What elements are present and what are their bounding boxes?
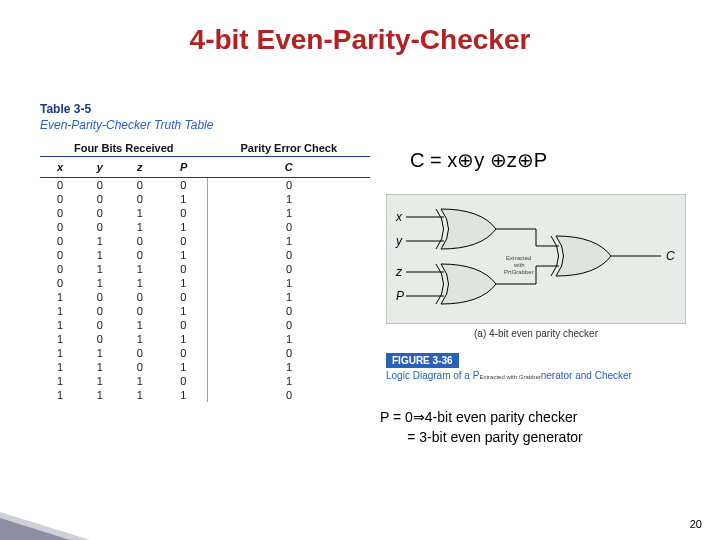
table-cell: 1: [40, 290, 80, 304]
table-cell: 1: [208, 290, 370, 304]
input-y-label: y: [395, 234, 403, 248]
table-cell: 1: [208, 206, 370, 220]
table-cell: 1: [40, 388, 80, 402]
bottom-equations: P = 0⇒4-bit even parity checker = 3-bit …: [380, 408, 583, 447]
table-cell: 0: [160, 262, 208, 276]
table-cell: 0: [40, 234, 80, 248]
table-cell: 0: [120, 290, 160, 304]
table-row: 10001: [40, 290, 370, 304]
table-cell: 1: [40, 374, 80, 388]
table-cell: 0: [208, 318, 370, 332]
table-cell: 0: [208, 248, 370, 262]
table-cell: 0: [160, 178, 208, 193]
table-cell: 0: [40, 206, 80, 220]
col-y: y: [80, 157, 120, 178]
table-cell: 0: [160, 374, 208, 388]
table-cell: 0: [80, 332, 120, 346]
col-c: C: [208, 157, 370, 178]
table-cell: 1: [80, 248, 120, 262]
figure-caption: Logic Diagram of a PExtracted with Grabb…: [386, 370, 686, 381]
table-cell: 1: [120, 318, 160, 332]
table-row: 00110: [40, 220, 370, 234]
table-cell: 0: [160, 206, 208, 220]
col-p: P: [160, 157, 208, 178]
bottom-line2: = 3-bit even parity generator: [407, 429, 583, 445]
table-row: 11110: [40, 388, 370, 402]
table-cell: 0: [120, 346, 160, 360]
table-row: 00000: [40, 178, 370, 193]
table-cell: 1: [80, 374, 120, 388]
table-cell: 1: [120, 220, 160, 234]
table-cell: 0: [208, 220, 370, 234]
circuit-diagram: x y z P C Extracted with PrtGrabber (a) …: [386, 194, 686, 339]
table-cell: 1: [160, 276, 208, 290]
table-cell: 1: [120, 374, 160, 388]
table-row: 01001: [40, 234, 370, 248]
table-cell: 0: [120, 178, 160, 193]
table-cell: 1: [80, 388, 120, 402]
table-row: 11011: [40, 360, 370, 374]
figure-number: FIGURE 3-36: [386, 353, 459, 368]
table-cell: 0: [40, 262, 80, 276]
input-z-label: z: [395, 265, 403, 279]
table-cell: 0: [40, 276, 80, 290]
circuit-caption: (a) 4-bit even parity checker: [386, 328, 686, 339]
table-cell: 0: [80, 318, 120, 332]
table-cell: 1: [80, 262, 120, 276]
table-cell: 1: [80, 360, 120, 374]
table-cell: 1: [120, 206, 160, 220]
figure-caption-pre: Logic Diagram of a P: [386, 370, 479, 381]
table-cell: 1: [160, 304, 208, 318]
table-row: 10010: [40, 304, 370, 318]
figure-caption-post: nerator and Checker: [541, 370, 632, 381]
table-cell: 0: [80, 290, 120, 304]
table-cell: 1: [80, 276, 120, 290]
table-cell: 1: [208, 374, 370, 388]
table-cell: 0: [80, 178, 120, 193]
table-cell: 0: [40, 248, 80, 262]
table-cell: 0: [120, 234, 160, 248]
table-cell: 1: [120, 388, 160, 402]
slide: 4-bit Even-Parity-Checker Table 3-5 Even…: [0, 0, 720, 540]
input-x-label: x: [395, 210, 403, 224]
group-head-inputs: Four Bits Received: [40, 140, 208, 157]
table-cell: 1: [160, 220, 208, 234]
svg-rect-0: [386, 194, 686, 324]
table-cell: 0: [208, 346, 370, 360]
table-cell: 0: [120, 248, 160, 262]
page-title: 4-bit Even-Parity-Checker: [0, 24, 720, 56]
table-cell: 0: [40, 220, 80, 234]
table-cell: 0: [160, 318, 208, 332]
table-cell: 0: [208, 388, 370, 402]
figure-block: FIGURE 3-36 Logic Diagram of a PExtracte…: [386, 350, 686, 381]
table-cell: 1: [120, 332, 160, 346]
table-cell: 0: [40, 192, 80, 206]
col-z: z: [120, 157, 160, 178]
input-p-label: P: [396, 289, 404, 303]
figure-watermark: Extracted with Grabber: [479, 374, 540, 380]
table-cell: 1: [80, 346, 120, 360]
table-cell: 1: [160, 248, 208, 262]
table-cell: 1: [40, 346, 80, 360]
table-cell: 0: [80, 220, 120, 234]
group-head-output: Parity Error Check: [208, 140, 370, 157]
table-cell: 0: [40, 178, 80, 193]
table-cell: 0: [160, 234, 208, 248]
table-cell: 1: [160, 360, 208, 374]
table-cell: 1: [208, 234, 370, 248]
output-c-label: C: [666, 249, 675, 263]
table-cell: 0: [120, 304, 160, 318]
corner-decoration-dark: [0, 518, 70, 540]
table-cell: 1: [40, 318, 80, 332]
table-cell: 1: [160, 388, 208, 402]
table-row: 01010: [40, 248, 370, 262]
table-cell: 1: [208, 332, 370, 346]
table-cell: 1: [160, 192, 208, 206]
table-cell: 1: [40, 360, 80, 374]
table-cell: 1: [208, 360, 370, 374]
table-row: 11101: [40, 374, 370, 388]
table-row: 01111: [40, 276, 370, 290]
table-cell: 0: [80, 192, 120, 206]
table-row: 00101: [40, 206, 370, 220]
table-cell: 0: [120, 360, 160, 374]
